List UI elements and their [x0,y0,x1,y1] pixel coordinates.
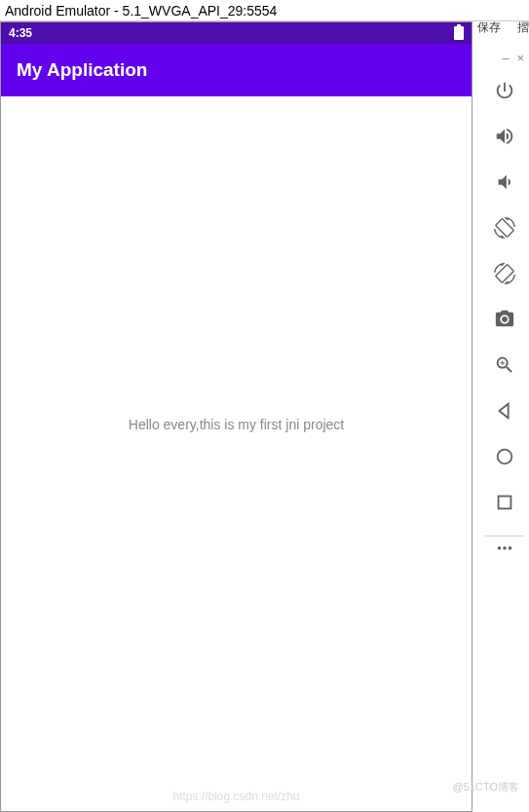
volume-down-button[interactable] [492,169,517,195]
back-icon [494,400,515,422]
side-window-controls: – × [502,51,524,65]
watermark-text: https://blog.csdn.net/zhu [172,790,299,803]
svg-point-0 [498,450,512,464]
overview-icon [494,492,515,513]
more-button[interactable] [492,535,517,561]
overview-button[interactable] [492,490,517,515]
app-title: My Application [17,59,147,81]
close-button[interactable]: × [516,51,524,65]
content-area: Hello every,this is my first jni project [1,96,472,811]
app-bar: My Application [1,44,472,96]
camera-button[interactable] [492,307,517,332]
power-button[interactable] [492,78,517,103]
window-titlebar[interactable]: Android Emulator - 5.1_WVGA_API_29:5554 [0,0,529,21]
home-icon [494,446,515,467]
sidebar-area: 保存 摺 – × [472,21,529,812]
rotate-right-button[interactable] [492,261,517,286]
svg-point-4 [509,546,512,550]
battery-icon [454,26,464,40]
partial-window-text: 保存 [477,19,501,36]
phone-screen: 4:35 My Application Hello every,this is … [0,21,472,812]
rotate-left-icon [494,217,515,239]
volume-down-icon [494,171,515,193]
toolbar-divider [485,535,524,536]
power-icon [494,80,515,101]
more-icon [494,537,515,559]
watermark-cto: @51CTO博客 [453,780,519,794]
volume-up-icon [494,126,515,147]
home-button[interactable] [492,444,517,469]
svg-rect-1 [499,497,511,509]
zoom-icon [494,354,515,376]
back-button[interactable] [492,398,517,424]
svg-point-3 [503,546,507,550]
window-title: Android Emulator - 5.1_WVGA_API_29:5554 [5,3,277,18]
content-message: Hello every,this is my first jni project [129,417,344,432]
svg-point-2 [498,546,502,550]
camera-icon [494,309,515,330]
volume-up-button[interactable] [492,124,517,149]
status-bar: 4:35 [1,22,472,44]
status-time: 4:35 [9,26,32,40]
emulator-toolbar [492,78,517,561]
minimize-button[interactable]: – [502,51,509,65]
rotate-right-icon [494,263,515,284]
partial-window-text2: 摺 [517,19,529,36]
rotate-left-button[interactable] [492,215,517,240]
emulator-container: 4:35 My Application Hello every,this is … [0,21,529,812]
zoom-button[interactable] [492,352,517,378]
